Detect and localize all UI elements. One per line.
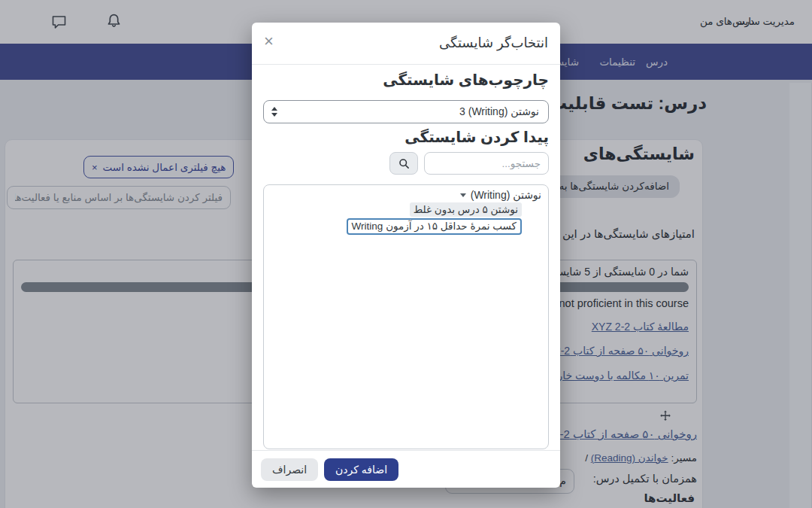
competency-tree: نوشتن (Writing) نوشتن ۵ درس بدون غلط کسب… (263, 184, 549, 449)
tree-item-selected[interactable]: کسب نمرهٔ حداقل ۱۵ در آزمون Writing (347, 218, 522, 235)
framework-select[interactable]: نوشتن (Writing) 3 (263, 100, 549, 123)
find-competency-heading: پیدا کردن شایستگی (404, 128, 549, 146)
framework-select-value: نوشتن (Writing) 3 (459, 101, 539, 123)
app-window: درس‌های من مدیریت سایت درس تنظیمات شایست… (0, 0, 812, 508)
tree-item[interactable]: نوشتن ۵ درس بدون غلط (410, 202, 522, 217)
competency-picker-modal: انتخاب‌گر شایستگی × چارچوب‌های شایستگی ن… (252, 23, 560, 488)
tree-root-node[interactable]: نوشتن (Writing) (271, 189, 541, 201)
close-icon[interactable]: × (261, 30, 277, 53)
modal-title: انتخاب‌گر شایستگی (439, 35, 548, 51)
search-icon (398, 157, 411, 170)
search-button[interactable] (389, 152, 418, 175)
modal-header-divider (252, 64, 560, 65)
search-input[interactable] (424, 152, 549, 175)
updown-arrows-icon (271, 107, 277, 117)
tree-root-label: نوشتن (Writing) (471, 189, 541, 201)
cancel-button[interactable]: انصراف (261, 458, 318, 481)
collapse-caret-icon[interactable] (460, 193, 466, 197)
add-button[interactable]: اضافه کردن (324, 458, 398, 481)
frameworks-heading: چارچوب‌های شایستگی (383, 71, 549, 89)
modal-footer: اضافه کردن انصراف (252, 450, 560, 488)
